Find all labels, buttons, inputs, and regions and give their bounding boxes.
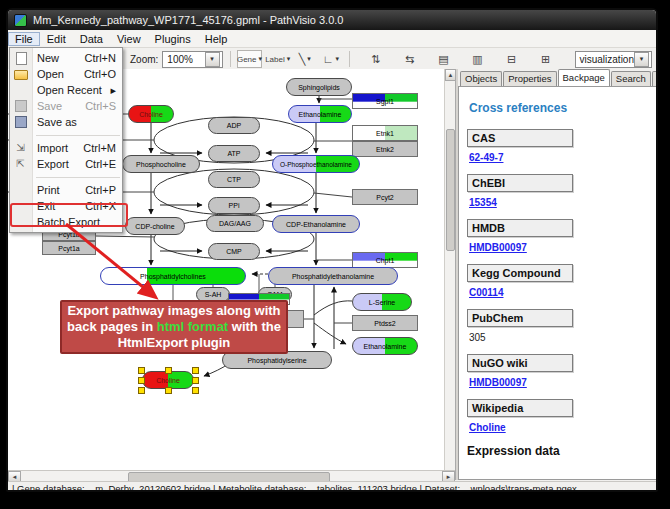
align-center-vertical-icon[interactable]: ⇆ xyxy=(399,50,421,68)
file-menu-open[interactable]: Open Ctrl+O xyxy=(10,66,122,82)
distribute-vertical-icon[interactable]: ▥ xyxy=(467,50,489,68)
align-center-horizontal-icon[interactable]: ⇅ xyxy=(365,50,387,68)
node-dag-aag[interactable]: DAG/AAG xyxy=(206,215,264,232)
file-menu-open-recent[interactable]: Open Recent ▸ xyxy=(10,82,122,98)
tab-objects[interactable]: Objects xyxy=(460,71,502,86)
node-phosphocholine[interactable]: Phosphocholine xyxy=(122,155,200,173)
node-phosphatidylcholines[interactable]: Phosphatidylcholines xyxy=(100,267,246,285)
connector-tool-button[interactable]: ∟ ▾ xyxy=(320,50,342,68)
node-atp[interactable]: ATP xyxy=(208,145,260,162)
title-bar[interactable]: Mm_Kennedy_pathway_WP1771_45176.gpml - P… xyxy=(8,10,656,30)
file-menu-import[interactable]: ⇲ Import Ctrl+M xyxy=(10,140,122,156)
node-ctp[interactable]: CTP xyxy=(208,171,260,188)
chevron-down-icon[interactable]: ▾ xyxy=(307,55,311,63)
zoom-combobox[interactable]: 100% ▾ xyxy=(162,51,222,68)
tab-legend[interactable]: Legend xyxy=(652,71,658,86)
menu-item-label: Open Recent xyxy=(37,84,102,96)
chevron-down-icon[interactable]: ▾ xyxy=(258,55,262,63)
canvas-vertical-scrollbar[interactable]: ▲ xyxy=(444,69,455,470)
node-ethanolamine[interactable]: Ethanolamine xyxy=(288,105,352,123)
common-width-icon[interactable]: ⊟ xyxy=(501,50,523,68)
open-folder-icon xyxy=(14,68,27,80)
menu-item-label: Print xyxy=(37,184,60,196)
menu-data[interactable]: Data xyxy=(73,32,110,46)
menu-item-label: New xyxy=(37,52,59,64)
selection-handle[interactable] xyxy=(165,387,172,394)
status-bar: | Gene database: ...m_Derby_20120602.bri… xyxy=(8,481,656,492)
node-phosphatidylethanolamine[interactable]: Phosphatidylethanolamine xyxy=(268,267,398,285)
zoom-label: Zoom: xyxy=(130,54,158,65)
file-menu-new[interactable]: New Ctrl+N xyxy=(10,50,122,66)
scroll-up-icon[interactable]: ▲ xyxy=(445,69,455,81)
file-menu-save[interactable]: Save Ctrl+S xyxy=(10,98,122,114)
xref-link-hmdb[interactable]: HMDB00097 xyxy=(469,242,648,253)
menu-item-label: Save as xyxy=(37,116,77,128)
window-title: Mm_Kennedy_pathway_WP1771_45176.gpml - P… xyxy=(33,14,343,26)
zoom-value: 100% xyxy=(167,54,193,65)
genebox-chpt1[interactable]: Chpt1 xyxy=(352,252,418,268)
tab-backpage[interactable]: Backpage xyxy=(558,69,610,86)
chevron-down-icon[interactable]: ▾ xyxy=(205,52,220,67)
xref-link-chebi[interactable]: 15354 xyxy=(469,197,648,208)
selection-handle[interactable] xyxy=(192,387,199,394)
menu-edit[interactable]: Edit xyxy=(40,32,73,46)
side-panel: Objects Properties Backpage Search Legen… xyxy=(458,69,656,480)
visualization-combobox[interactable]: visualization ▾ xyxy=(575,51,652,68)
menu-item-label: Open xyxy=(37,68,64,80)
tab-search[interactable]: Search xyxy=(611,71,651,86)
node-cmp[interactable]: CMP xyxy=(208,243,260,260)
xref-link-wikipedia[interactable]: Choline xyxy=(469,422,648,433)
menu-file[interactable]: File xyxy=(8,32,40,46)
genebox-ptdss2[interactable]: Ptdss2 xyxy=(352,315,418,331)
xref-link-kegg[interactable]: C00114 xyxy=(469,287,648,298)
genebox-sgpl1[interactable]: Sgpl1 xyxy=(352,93,418,109)
app-icon xyxy=(14,14,27,27)
line-tool-button[interactable]: ╲ ▾ xyxy=(294,50,316,68)
node-adp[interactable]: ADP xyxy=(208,117,260,134)
menu-help[interactable]: Help xyxy=(198,32,235,46)
xref-source-chebi: ChEBI xyxy=(467,174,573,192)
node-sphingolipids[interactable]: Sphingolipids xyxy=(286,78,352,96)
selection-handle[interactable] xyxy=(192,367,199,374)
tab-properties[interactable]: Properties xyxy=(503,71,556,86)
node-cdp-choline[interactable]: CDP-choline xyxy=(125,217,185,235)
file-menu-save-as[interactable]: Save as xyxy=(10,114,122,130)
genebox-pcyt2[interactable]: Pcyt2 xyxy=(352,189,418,205)
xref-source-pubchem: PubChem xyxy=(467,309,573,327)
menu-item-label: Export xyxy=(37,158,69,170)
node-o-phosphoethanolamine[interactable]: O-Phosphoethanolamine xyxy=(272,155,360,173)
selection-handle[interactable] xyxy=(138,387,145,394)
menu-separator xyxy=(36,130,120,136)
selection-handle[interactable] xyxy=(138,367,145,374)
menu-plugins[interactable]: Plugins xyxy=(148,32,198,46)
app-window: Mm_Kennedy_pathway_WP1771_45176.gpml - P… xyxy=(6,8,658,492)
menu-view[interactable]: View xyxy=(110,32,148,46)
xref-link-nugo[interactable]: HMDB00097 xyxy=(469,377,648,388)
chevron-down-icon[interactable]: ▾ xyxy=(287,55,291,63)
node-l-serine[interactable]: L-Serine xyxy=(352,293,412,311)
distribute-horizontal-icon[interactable]: ▤ xyxy=(433,50,455,68)
xref-link-cas[interactable]: 62-49-7 xyxy=(469,152,648,163)
node-choline[interactable]: Choline xyxy=(128,105,174,123)
new-datanode-button[interactable]: Gene ▾ xyxy=(237,50,261,68)
node-cdp-ethanolamine[interactable]: CDP-Ethanolamine xyxy=(272,215,360,233)
node-ppi[interactable]: PPi xyxy=(208,197,260,214)
chevron-down-icon[interactable]: ▾ xyxy=(634,52,649,67)
common-height-icon[interactable]: ⊞ xyxy=(535,50,557,68)
selection-handle[interactable] xyxy=(165,367,172,374)
genebox-pcyt1a[interactable]: Pcyt1a xyxy=(42,241,96,255)
node-ethanolamine-2[interactable]: Ethanolamine xyxy=(352,337,418,355)
genebox-etnk1[interactable]: Etnk1 xyxy=(352,125,418,141)
chevron-down-icon[interactable]: ▾ xyxy=(335,55,339,63)
file-menu-export[interactable]: ⇱ Export Ctrl+E xyxy=(10,156,122,172)
callout-highlight: html format xyxy=(157,319,229,334)
file-menu-print[interactable]: Print Ctrl+P xyxy=(10,182,122,198)
selection-handle[interactable] xyxy=(192,377,199,384)
new-label-button[interactable]: Label ▾ xyxy=(266,50,290,68)
selection-handle[interactable] xyxy=(138,377,145,384)
scrollbar-thumb[interactable] xyxy=(446,129,455,251)
xref-value-pubchem: 305 xyxy=(469,332,648,343)
menu-item-shortcut: Ctrl+N xyxy=(85,52,116,64)
new-file-icon xyxy=(14,52,27,64)
genebox-etnk2[interactable]: Etnk2 xyxy=(352,141,418,157)
